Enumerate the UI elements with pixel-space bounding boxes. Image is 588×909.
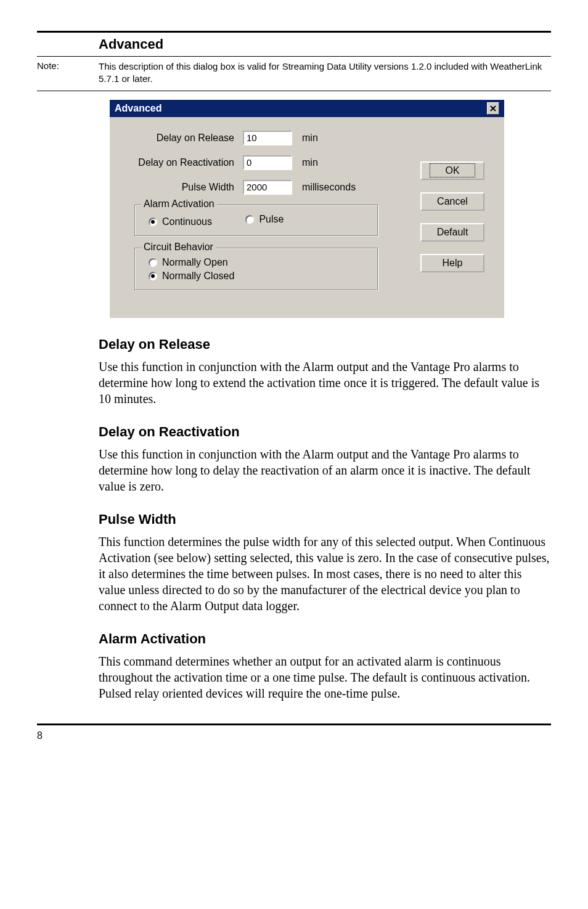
circuit-behavior-legend: Circuit Behavior [141,242,216,253]
alarm-activation-group: Alarm Activation Continuous Pulse [134,205,378,237]
dialog-advanced: Advanced OK Cancel Default Help Delay on… [110,100,504,318]
radio-open-label: Normally Open [162,257,228,268]
heading-alarm-activation: Alarm Activation [99,631,551,647]
dialog-titlebar: Advanced [110,100,504,117]
default-button[interactable]: Default [420,223,484,242]
delay-release-input[interactable] [243,131,292,145]
cancel-button[interactable]: Cancel [420,192,484,211]
radio-closed-label: Normally Closed [162,271,234,282]
dialog-title: Advanced [115,103,487,114]
top-rule [37,31,551,33]
title-underline [37,56,551,57]
radio-normally-open[interactable]: Normally Open [149,257,228,268]
radio-dot-icon [149,218,157,226]
radio-normally-closed[interactable]: Normally Closed [149,271,234,282]
page-number: 8 [37,730,43,741]
help-button[interactable]: Help [420,254,484,272]
note-underline [37,91,551,91]
para-delay-react: Use this function in conjunction with th… [99,446,551,494]
heading-pulse-width: Pulse Width [99,512,551,528]
delay-react-unit: min [292,157,318,168]
ok-button-label: OK [430,163,475,177]
delay-release-unit: min [292,132,318,144]
radio-continuous-label: Continuous [162,216,212,227]
circuit-behavior-group: Circuit Behavior Normally Open Normally … [134,248,378,291]
pulse-width-unit: milliseconds [292,182,356,193]
radio-dot-icon [149,272,157,280]
delay-react-input[interactable] [243,155,292,170]
close-icon[interactable] [487,102,499,115]
delay-release-label: Delay on Release [126,132,243,144]
page-title: Advanced [99,36,551,52]
radio-pulse[interactable]: Pulse [245,214,284,225]
page-footer: 8 [37,724,551,741]
radio-dot-icon [149,258,157,267]
para-pulse-width: This function determines the pulse width… [99,534,551,614]
para-alarm-activation: This command determines whether an outpu… [99,653,551,701]
heading-delay-react: Delay on Reactivation [99,424,551,440]
note-text: This description of this dialog box is v… [99,60,551,86]
heading-delay-release: Delay on Release [99,336,551,353]
alarm-activation-legend: Alarm Activation [141,198,217,210]
delay-react-label: Delay on Reactivation [126,157,243,168]
pulse-width-label: Pulse Width [126,182,243,193]
para-delay-release: Use this function in conjunction with th… [99,359,551,407]
ok-button[interactable]: OK [420,161,484,180]
radio-dot-icon [245,215,254,224]
radio-continuous[interactable]: Continuous [149,216,212,227]
radio-pulse-label: Pulse [259,214,284,225]
pulse-width-input[interactable] [243,180,292,195]
note-label: Note: [37,60,99,86]
